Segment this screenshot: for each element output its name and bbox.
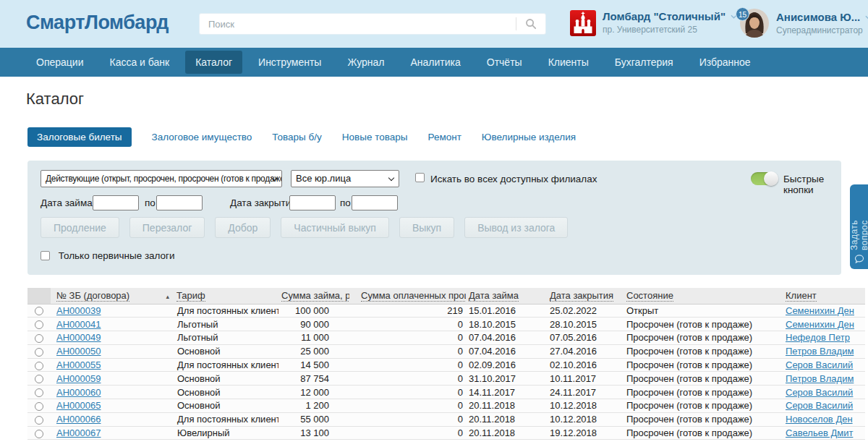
- ticket-link[interactable]: АН000066: [56, 414, 101, 425]
- row-select-radio[interactable]: [35, 362, 43, 370]
- ticket-link[interactable]: АН000067: [56, 427, 101, 438]
- state-cell: Просрочен (готов к продаже): [624, 358, 783, 372]
- client-link[interactable]: Серов Василий: [786, 400, 853, 411]
- close-date-cell: 02.10.2016: [547, 358, 624, 372]
- client-link[interactable]: Петров Владим: [786, 373, 854, 384]
- action-button-3[interactable]: Частичный выкуп: [281, 217, 389, 238]
- header-loan-sum[interactable]: Сумма займа, руб.: [278, 288, 349, 304]
- catalog-tabs: Залоговые билетыЗалоговое имуществоТовар…: [27, 127, 596, 147]
- client-link[interactable]: Серов Василий: [786, 359, 853, 370]
- row-select-radio[interactable]: [35, 402, 43, 411]
- header-ticket[interactable]: № ЗБ (договора) ▴: [51, 288, 174, 304]
- ticket-link[interactable]: АН000039: [56, 305, 101, 316]
- nav-item-8[interactable]: Бухгалтерия: [605, 51, 684, 74]
- loan-date-to-input[interactable]: [156, 195, 203, 210]
- nav-item-0[interactable]: Операции: [26, 51, 94, 74]
- legal-entity-select[interactable]: Все юр.лица: [291, 170, 399, 187]
- client-link[interactable]: Семенихин Ден: [786, 305, 854, 316]
- header-close-date[interactable]: Дата закрытия: [547, 288, 624, 304]
- search-input[interactable]: [200, 14, 516, 34]
- only-primary-checkbox[interactable]: [41, 251, 50, 260]
- client-link[interactable]: Серов Василий: [786, 387, 853, 398]
- nav-item-9[interactable]: Избранное: [689, 51, 761, 74]
- action-button-4[interactable]: Выкуп: [399, 217, 454, 238]
- tab-0[interactable]: Залоговые билеты: [27, 127, 132, 147]
- ticket-link[interactable]: АН000060: [56, 387, 101, 398]
- tab-1[interactable]: Залоговое имущество: [152, 127, 252, 147]
- state-cell: Просрочен (готов к продаже): [624, 372, 783, 386]
- row-select-radio[interactable]: [35, 320, 43, 329]
- state-cell: Просрочен (готов к продаже): [624, 399, 783, 413]
- user-menu[interactable]: 15 Анисимова Ю... Суперадминистратор: [740, 9, 868, 38]
- action-button-0[interactable]: Продление: [41, 217, 119, 238]
- close-date-cell: 10.12.2018: [547, 399, 624, 413]
- action-button-2[interactable]: Добор: [215, 217, 271, 238]
- row-select-radio[interactable]: [35, 375, 43, 383]
- nav-item-7[interactable]: Клиенты: [538, 51, 599, 74]
- tab-5[interactable]: Ювелирные изделия: [482, 127, 576, 147]
- nav-item-4[interactable]: Журнал: [337, 51, 394, 74]
- tariff-cell: Основной: [174, 372, 278, 386]
- search-all-branches-checkbox[interactable]: [415, 173, 425, 182]
- tariff-cell: Основной: [174, 344, 278, 358]
- loan-date-from-label: Дата займа с: [41, 197, 100, 208]
- row-select-cell: [27, 344, 51, 358]
- notification-badge[interactable]: 15: [736, 7, 749, 21]
- chat-bubble-icon: [854, 255, 864, 263]
- header-paid-interest[interactable]: Сумма оплаченных проце...: [349, 288, 466, 304]
- loan-sum-cell: 100 000: [278, 304, 349, 318]
- client-link[interactable]: Семенихин Ден: [786, 319, 854, 330]
- ticket-link[interactable]: АН000059: [56, 373, 101, 384]
- paid-interest-cell: 0: [349, 344, 466, 358]
- action-button-1[interactable]: Перезалог: [129, 217, 205, 238]
- row-select-radio[interactable]: [35, 416, 43, 425]
- row-select-cell: [27, 426, 51, 440]
- tab-3[interactable]: Новые товары: [342, 127, 408, 147]
- action-button-5[interactable]: Вывод из залога: [464, 217, 568, 238]
- company-name-label: Ломбард "Столичный": [603, 10, 726, 22]
- nav-item-6[interactable]: Отчёты: [477, 51, 532, 74]
- ticket-cell: АН000041: [51, 318, 174, 331]
- row-select-radio[interactable]: [35, 388, 43, 397]
- client-link[interactable]: Савельев Дмит: [786, 427, 853, 438]
- header-client[interactable]: Клиент: [783, 288, 865, 304]
- client-link[interactable]: Петров Владим: [786, 346, 854, 357]
- close-date-to-input[interactable]: [352, 195, 398, 210]
- tab-2[interactable]: Товары б/у: [272, 127, 321, 147]
- quick-buttons-toggle[interactable]: [751, 172, 777, 185]
- company-selector[interactable]: Ломбард "Столичный" пр. Университетский …: [570, 10, 737, 36]
- status-filter-select[interactable]: Действующие (открыт, просрочен, просроче…: [41, 170, 282, 187]
- row-select-radio[interactable]: [35, 430, 43, 438]
- state-cell: Просрочен (готов к продаже): [624, 426, 783, 440]
- header-tariff[interactable]: Тариф: [174, 288, 278, 304]
- close-date-from-input[interactable]: [289, 195, 336, 210]
- client-cell: Нефедов Петр: [783, 331, 865, 345]
- nav-item-3[interactable]: Инструменты: [248, 51, 331, 74]
- tab-4[interactable]: Ремонт: [427, 127, 461, 147]
- loan-date-cell: 07.04.2016: [466, 331, 547, 345]
- header-state[interactable]: Состояние: [624, 288, 783, 304]
- ticket-link[interactable]: АН000065: [56, 400, 101, 411]
- row-select-radio[interactable]: [35, 334, 43, 343]
- row-select-radio[interactable]: [35, 348, 43, 357]
- app-logo[interactable]: СмартЛомбард: [26, 12, 169, 34]
- header-loan-date[interactable]: Дата займа: [466, 288, 547, 304]
- tariff-cell: Льготный: [174, 331, 278, 345]
- ticket-link[interactable]: АН000049: [56, 332, 101, 343]
- row-select-radio[interactable]: [35, 307, 43, 315]
- nav-item-1[interactable]: Касса и банк: [100, 51, 180, 74]
- nav-item-2[interactable]: Каталог: [185, 51, 242, 74]
- client-link[interactable]: Нефедов Петр: [786, 332, 850, 343]
- search-button[interactable]: [516, 14, 545, 34]
- search-all-branches-label: Искать во всех доступных филиалах: [430, 174, 597, 184]
- ticket-link[interactable]: АН000041: [56, 319, 101, 330]
- ask-question-tab[interactable]: Задать вопрос: [850, 184, 868, 269]
- client-link[interactable]: Новоселов Ден: [786, 414, 853, 425]
- nav-item-5[interactable]: Аналитика: [400, 51, 470, 74]
- ticket-link[interactable]: АН000050: [56, 346, 101, 357]
- client-cell: Семенихин Ден: [783, 318, 865, 331]
- ticket-link[interactable]: АН000055: [56, 359, 101, 370]
- loan-date-from-input[interactable]: [93, 195, 139, 210]
- close-date-cell: 07.05.2016: [547, 331, 624, 345]
- loan-sum-cell: 12 000: [278, 386, 349, 399]
